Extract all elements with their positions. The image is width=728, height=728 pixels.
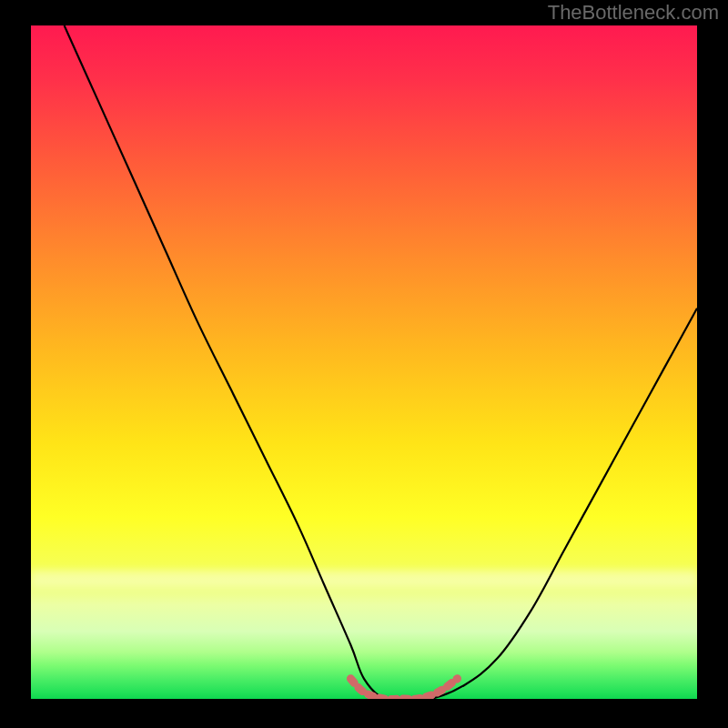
bottleneck-curve bbox=[65, 25, 697, 699]
curve-layer bbox=[31, 25, 697, 699]
chart-root: TheBottleneck.com bbox=[0, 0, 728, 728]
plot-area bbox=[31, 25, 697, 699]
attribution-text: TheBottleneck.com bbox=[548, 1, 719, 25]
